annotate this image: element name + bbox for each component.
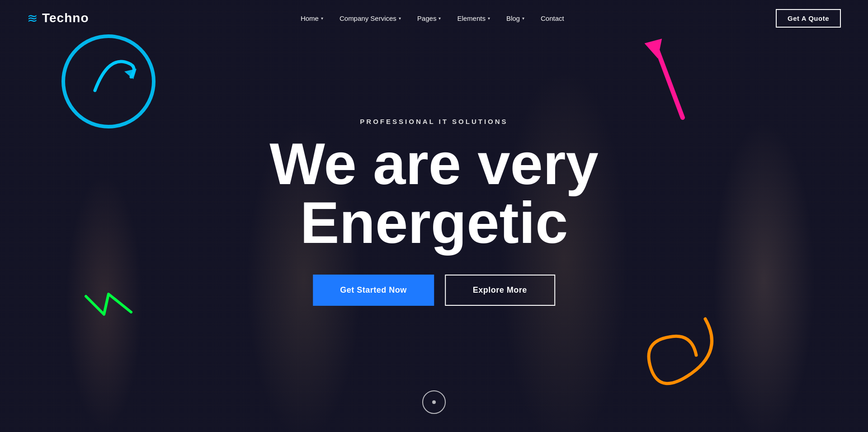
nav-link-home[interactable]: Home ▾ — [294, 11, 330, 26]
logo-icon: ≋ — [27, 11, 38, 26]
chevron-down-icon: ▾ — [488, 16, 490, 21]
nav-link-contact[interactable]: Contact — [534, 11, 571, 26]
chevron-down-icon: ▾ — [439, 16, 441, 21]
hero-section: ≋ Techno Home ▾ Company Services ▾ Pages… — [0, 0, 868, 432]
nav-item-elements[interactable]: Elements ▾ — [451, 11, 496, 26]
scroll-circle[interactable] — [422, 390, 446, 414]
chevron-down-icon: ▾ — [321, 16, 323, 21]
hero-content: PROFESSIONAL IT SOLUTIONS We are very En… — [269, 118, 599, 333]
nav-link-elements[interactable]: Elements ▾ — [451, 11, 496, 26]
chevron-down-icon: ▾ — [399, 16, 401, 21]
logo-text: Techno — [42, 11, 89, 25]
hero-buttons: Get Started Now Explore More — [269, 275, 599, 306]
explore-more-button[interactable]: Explore More — [445, 275, 555, 306]
chevron-down-icon: ▾ — [522, 16, 524, 21]
logo[interactable]: ≋ Techno — [27, 11, 89, 26]
nav-item-blog[interactable]: Blog ▾ — [500, 11, 531, 26]
nav-item-contact[interactable]: Contact — [534, 11, 571, 26]
get-started-button[interactable]: Get Started Now — [313, 275, 434, 306]
nav-link-blog[interactable]: Blog ▾ — [500, 11, 531, 26]
nav-item-pages[interactable]: Pages ▾ — [411, 11, 448, 26]
scroll-indicator[interactable] — [422, 390, 446, 414]
nav-link-pages[interactable]: Pages ▾ — [411, 11, 448, 26]
nav-link-company-services[interactable]: Company Services ▾ — [333, 11, 407, 26]
nav-links: Home ▾ Company Services ▾ Pages ▾ Elemen… — [294, 11, 571, 26]
navbar: ≋ Techno Home ▾ Company Services ▾ Pages… — [0, 0, 868, 36]
scroll-dot — [432, 400, 436, 404]
hero-subtitle: PROFESSIONAL IT SOLUTIONS — [269, 118, 599, 125]
get-quote-button[interactable]: Get A Quote — [776, 9, 841, 28]
hero-title: We are very Energetic — [269, 134, 599, 252]
nav-item-home[interactable]: Home ▾ — [294, 11, 330, 26]
nav-item-company-services[interactable]: Company Services ▾ — [333, 11, 407, 26]
